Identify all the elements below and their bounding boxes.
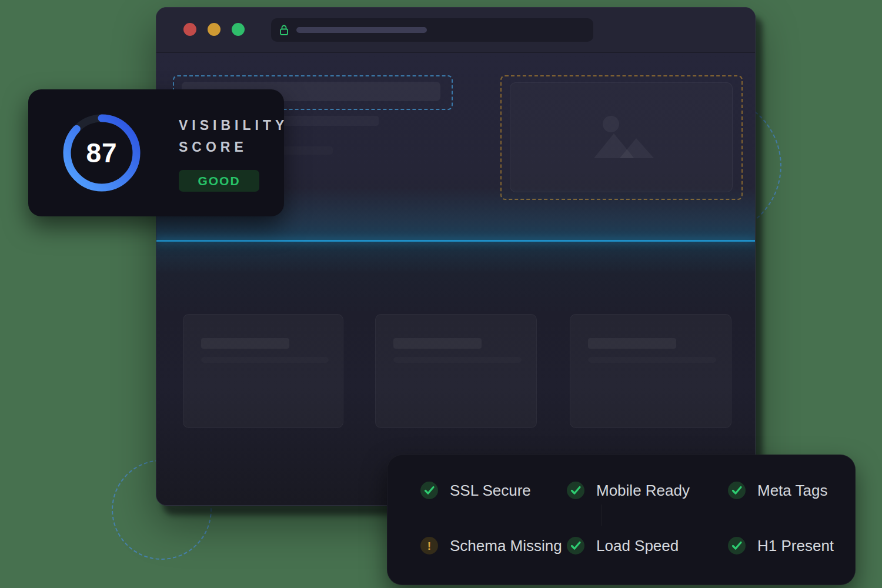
content-card-placeholder [375, 314, 537, 428]
score-label-line2: SCORE [179, 136, 288, 158]
seo-status-panel: SSL Secure Mobile Ready Meta Tags ! Sche… [387, 455, 856, 585]
content-card-placeholder [183, 314, 343, 428]
check-icon [567, 537, 584, 554]
check-icon [567, 482, 584, 499]
card-text-placeholder [588, 357, 716, 363]
browser-title-bar [156, 8, 755, 53]
status-item-schema-missing: ! Schema Missing [420, 537, 567, 554]
score-status-badge: GOOD [179, 170, 259, 192]
card-text-placeholder [393, 357, 522, 363]
url-text-placeholder [296, 27, 427, 33]
panel-divider [602, 505, 602, 526]
card-title-placeholder [588, 338, 676, 349]
lock-icon [279, 24, 289, 36]
close-window-button[interactable] [183, 23, 196, 36]
card-text-placeholder [201, 357, 329, 363]
status-item-meta-tags: Meta Tags [728, 482, 855, 499]
status-label: Meta Tags [757, 482, 827, 500]
status-label: H1 Present [757, 537, 834, 555]
content-card-placeholder [570, 314, 731, 428]
image-icon [583, 112, 660, 163]
warning-icon: ! [420, 537, 438, 554]
status-item-ssl-secure: SSL Secure [420, 482, 567, 499]
url-bar[interactable] [271, 18, 593, 42]
page: { "page": { "background_color": "#47714f… [0, 0, 882, 588]
card-title-placeholder [393, 338, 482, 349]
status-label: Load Speed [596, 537, 679, 555]
status-item-h1-present: H1 Present [728, 537, 855, 554]
card-title-placeholder [201, 338, 289, 349]
status-item-load-speed: Load Speed [567, 537, 728, 554]
status-label: Mobile Ready [596, 482, 690, 500]
status-label: SSL Secure [450, 482, 531, 500]
scan-glow-below [156, 242, 755, 274]
check-icon [728, 482, 746, 499]
status-label: Schema Missing [450, 537, 562, 555]
image-placeholder-card [510, 82, 733, 192]
minimize-window-button[interactable] [208, 23, 220, 36]
score-label-line1: VISIBILITY [179, 115, 288, 136]
score-ring: 87 [58, 109, 146, 197]
warning-glyph: ! [427, 540, 431, 552]
visibility-score-card: 87 VISIBILITY SCORE GOOD [28, 89, 284, 216]
status-item-mobile-ready: Mobile Ready [567, 482, 728, 499]
score-text-block: VISIBILITY SCORE GOOD [179, 115, 288, 192]
zoom-window-button[interactable] [232, 23, 245, 36]
score-value: 87 [58, 109, 146, 197]
check-icon [728, 537, 746, 554]
check-icon [420, 482, 438, 499]
browser-window [156, 7, 756, 506]
